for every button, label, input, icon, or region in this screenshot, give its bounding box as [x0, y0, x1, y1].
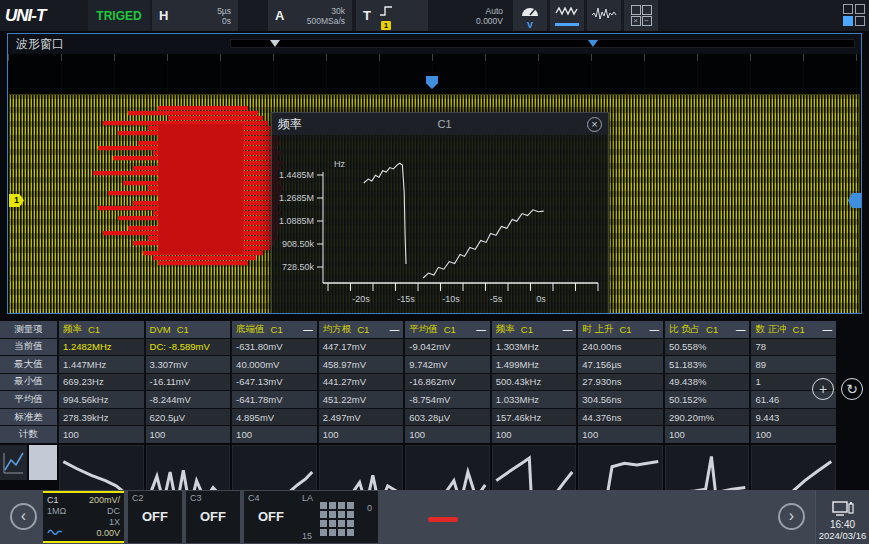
measure-header[interactable]: 比 负占C1—: [665, 321, 750, 338]
waveform-window: 波形窗口 1 频率 C1 × 1.4485M1.2685M1.0885M908.…: [7, 33, 862, 314]
usb-device-icon: [832, 501, 854, 519]
c3-state: OFF: [190, 509, 236, 524]
measure-value: 100: [665, 426, 750, 443]
dvm-volt-label: V: [527, 21, 533, 29]
channel-c1-card[interactable]: C1 200mV/ 1MΩ DC 1X 0.00V: [43, 491, 124, 543]
measure-value: 9.742mV: [405, 356, 490, 373]
top-toolbar: UNI-T TRIGED H 5µs 0s A 30k 500MSa/s T 1: [0, 0, 869, 31]
measurement-side-tools: + ↻: [812, 378, 863, 400]
horizontal-settings-button[interactable]: H 5µs 0s: [152, 0, 238, 31]
waveform-icon: [555, 5, 579, 23]
measure-value: -631.80mV: [232, 339, 317, 356]
measure-value: 50.558%: [665, 339, 750, 356]
window-grid-icon: × −: [631, 5, 652, 26]
channel-c4-card[interactable]: C4 OFF: [244, 491, 298, 543]
c1-offset: 0.00V: [96, 528, 120, 540]
measure-value: 51.183%: [665, 356, 750, 373]
measure-value: 100: [59, 426, 144, 443]
trend-chart-icon[interactable]: [0, 445, 27, 480]
window-dropdown-icon[interactable]: [270, 40, 280, 47]
svg-text:1.2685M: 1.2685M: [279, 193, 314, 203]
prev-page-button[interactable]: ‹: [10, 503, 37, 530]
statistic-dash-icon: —: [390, 324, 400, 335]
close-icon[interactable]: ×: [587, 117, 602, 132]
popup-titlebar[interactable]: 频率 C1 ×: [272, 113, 608, 135]
next-page-button[interactable]: ›: [778, 503, 805, 530]
measure-value: 27.930ns: [578, 374, 663, 391]
trigger-mode-readout[interactable]: Auto 0.000V: [452, 0, 510, 31]
svg-text:Hz: Hz: [334, 159, 345, 169]
measure-header[interactable]: 底端值C1—: [232, 321, 317, 338]
channel-c3-card[interactable]: C3 OFF: [186, 491, 240, 543]
window-manage-button[interactable]: × −: [624, 0, 658, 31]
row-label: 测量项: [0, 321, 57, 338]
measure-header[interactable]: 频率C1—: [492, 321, 577, 338]
measure-value: 500.43kHz: [492, 374, 577, 391]
la-label: LA: [302, 493, 313, 503]
measure-value: -8.244mV: [146, 391, 231, 408]
measure-value: 620.5µV: [146, 409, 231, 426]
sample-rate-value: 500MSa/s: [307, 16, 345, 26]
trigger-settings-button[interactable]: T 1: [356, 0, 428, 31]
svg-text:1.4485M: 1.4485M: [279, 170, 314, 180]
measure-header[interactable]: 时 上升C1—: [578, 321, 663, 338]
c1-probe: 1X: [109, 517, 120, 528]
measure-value: 9.443: [751, 409, 836, 426]
horizontal-label: H: [159, 8, 168, 23]
measure-value: 89: [751, 356, 836, 373]
oscilloscope-screen: UNI-T TRIGED H 5µs 0s A 30k 500MSa/s T 1: [0, 0, 869, 544]
measure-header[interactable]: DVMC1: [146, 321, 231, 338]
la-channel-grid-icon: [320, 502, 354, 536]
c1-id: C1: [47, 495, 59, 506]
acquire-label: A: [275, 8, 284, 23]
measure-header[interactable]: 频率C1: [59, 321, 144, 338]
layout-switch-button[interactable]: [843, 4, 865, 26]
add-measurement-button[interactable]: +: [812, 378, 834, 400]
acquire-settings-button[interactable]: A 30k 500MSa/s: [268, 0, 352, 31]
measure-value: -9.042mV: [405, 339, 490, 356]
trigger-label: T: [363, 8, 371, 23]
frequency-trend-chart: 1.4485M1.2685M1.0885M908.50k728.50k-20s-…: [272, 135, 608, 313]
measure-value: 1.303MHz: [492, 339, 577, 356]
trend-selected-cell[interactable]: [29, 445, 57, 480]
refresh-statistics-button[interactable]: ↻: [841, 378, 863, 400]
statistic-dash-icon: —: [823, 324, 833, 335]
measure-value: 100: [146, 426, 231, 443]
row-label: 平均值: [0, 391, 57, 408]
measure-value: 451.22mV: [319, 391, 404, 408]
measure-value: 240.00ns: [578, 339, 663, 356]
horizontal-offset-value: 0s: [222, 16, 231, 26]
dvm-tool-button[interactable]: V: [513, 0, 547, 31]
timebase-value: 5µs: [217, 6, 231, 16]
statistic-dash-icon: —: [736, 324, 746, 335]
horizontal-position-bar[interactable]: [230, 39, 855, 48]
measure-value: 100: [405, 426, 490, 443]
fft-tool-button[interactable]: [587, 0, 621, 31]
svg-text:728.50k: 728.50k: [282, 262, 315, 272]
measure-value: 100: [232, 426, 317, 443]
c1-coupling: DC: [107, 506, 120, 517]
measure-value: 4.895mV: [232, 409, 317, 426]
brand-logo: UNI-T: [0, 0, 88, 31]
measure-value: 278.39kHz: [59, 409, 144, 426]
svg-text:0s: 0s: [536, 294, 546, 304]
sine-wave-icon: [47, 528, 63, 540]
c2-id: C2: [132, 493, 178, 503]
position-marker-icon[interactable]: [588, 40, 598, 47]
la-low-index: 15: [302, 531, 312, 541]
measure-header[interactable]: 均方根C1—: [319, 321, 404, 338]
c1-impedance: 1MΩ: [47, 506, 66, 517]
channel-c2-card[interactable]: C2 OFF: [128, 491, 182, 543]
statistic-dash-icon: —: [476, 324, 486, 335]
svg-text:908.50k: 908.50k: [282, 239, 315, 249]
c4-id: C4: [248, 493, 294, 503]
measure-value: 100: [319, 426, 404, 443]
measure-value: 44.376ns: [578, 409, 663, 426]
waveform-tool-button[interactable]: [550, 0, 584, 31]
measure-header[interactable]: 平均值C1—: [405, 321, 490, 338]
measure-header[interactable]: 数 正冲C1—: [751, 321, 836, 338]
waveform-window-title: 波形窗口: [8, 36, 64, 53]
measure-value: 1.033MHz: [492, 391, 577, 408]
logic-analyzer-card[interactable]: LA 0 15: [298, 491, 378, 543]
statistic-dash-icon: —: [649, 324, 659, 335]
